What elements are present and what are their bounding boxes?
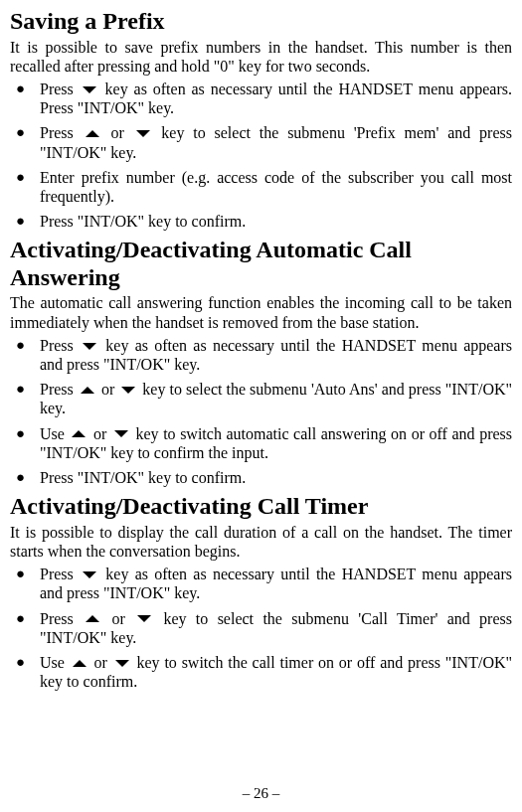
step-text: or: [111, 610, 134, 627]
arrow-down-icon: [137, 615, 151, 622]
step: Press key as often as necessary until th…: [10, 80, 512, 117]
arrow-down-icon: [83, 571, 96, 578]
step-text: or: [101, 381, 118, 398]
arrow-up-icon: [73, 660, 87, 667]
step-text: key as often as necessary until the HAND…: [40, 566, 512, 601]
step: Press key as often as necessary until th…: [10, 336, 512, 374]
arrow-up-icon: [86, 130, 99, 137]
step-text: Press "INT/OK" key to confirm.: [40, 213, 246, 230]
step: Press "INT/OK" key to confirm.: [10, 212, 512, 231]
page-number: – 26 –: [0, 784, 522, 802]
arrow-down-icon: [121, 387, 135, 394]
steps-auto-answer: Press key as often as necessary until th…: [10, 336, 512, 487]
arrow-down-icon: [115, 660, 129, 667]
step-text: Press: [40, 610, 83, 627]
intro-saving-prefix: It is possible to save prefix numbers in…: [10, 38, 512, 76]
step: Press or key to select the submenu 'Call…: [10, 609, 512, 647]
steps-call-timer: Press key as often as necessary until th…: [10, 565, 512, 691]
manual-page: Saving a Prefix It is possible to save p…: [0, 0, 522, 812]
arrow-down-icon: [114, 430, 128, 437]
arrow-down-icon: [83, 343, 96, 350]
arrow-up-icon: [81, 387, 94, 394]
step-text: key as often as necessary until the HAND…: [40, 81, 512, 116]
step: Use or key to switch automatic call answ…: [10, 424, 512, 462]
arrow-down-icon: [136, 130, 150, 137]
step: Use or key to switch the call timer on o…: [10, 653, 512, 691]
step-text: or: [110, 124, 132, 141]
step-text: Press: [40, 124, 83, 141]
intro-auto-answer: The automatic call answering function en…: [10, 293, 512, 331]
step-text: key as often as necessary until the HAND…: [40, 337, 512, 373]
step: Press or key to select the submenu 'Pref…: [10, 123, 512, 161]
step-text: Press: [40, 566, 80, 582]
step-text: Use: [40, 425, 69, 442]
step-text: Enter prefix number (e.g. access code of…: [40, 169, 512, 205]
step-text: or: [94, 654, 112, 671]
step: Enter prefix number (e.g. access code of…: [10, 168, 512, 206]
heading-saving-prefix: Saving a Prefix: [10, 8, 512, 36]
steps-saving-prefix: Press key as often as necessary until th…: [10, 80, 512, 231]
heading-call-timer: Activating/Deactivating Call Timer: [10, 493, 512, 521]
arrow-up-icon: [86, 615, 99, 622]
step-text: or: [93, 425, 111, 442]
step-text: Press: [40, 381, 78, 398]
step: Press or key to select the submenu 'Auto…: [10, 380, 512, 417]
step-text: Press "INT/OK" key to confirm.: [40, 469, 246, 486]
step-text: Press: [40, 81, 80, 97]
step-text: Press: [40, 337, 80, 354]
step: Press key as often as necessary until th…: [10, 565, 512, 602]
arrow-down-icon: [83, 86, 96, 93]
heading-auto-answer: Activating/Deactivating Automatic Call A…: [10, 237, 512, 291]
intro-call-timer: It is possible to display the call durat…: [10, 523, 512, 561]
step-text: Use: [40, 654, 70, 671]
arrow-up-icon: [72, 430, 86, 437]
step: Press "INT/OK" key to confirm.: [10, 468, 512, 487]
